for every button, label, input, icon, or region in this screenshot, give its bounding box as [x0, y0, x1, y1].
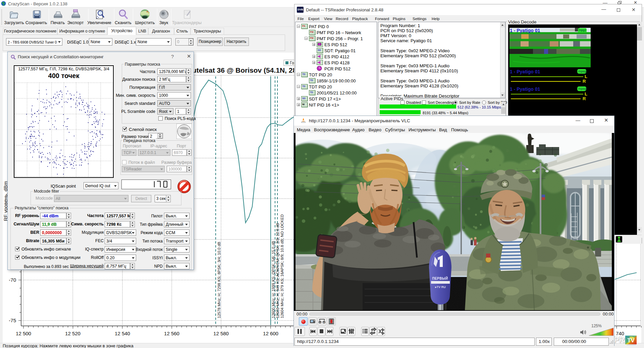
- svg-text:12604 MHz; H; 379 KS; 16APSK;: 12604 MHz; H; 379 KS; 16APSK; 8/9; 10.8 …: [280, 214, 284, 318]
- svg-text:12600 MHz; H; 1999 KS; QPSK; 5: 12600 MHz; H; 1999 KS; QPSK; 5/6; 15.0 d…: [271, 241, 275, 318]
- svg-text:-75: -75: [9, 318, 16, 323]
- svg-text:12 520: 12 520: [65, 331, 80, 336]
- svg-text:12 560: 12 560: [164, 331, 179, 336]
- svg-text:12 600: 12 600: [263, 331, 278, 336]
- svg-text:12578 MHz; H; 7298 KS; 8PSK; 3: 12578 MHz; H; 7298 KS; 8PSK; 3/4; 10.0 d…: [217, 241, 221, 318]
- svg-text:12603 MHz; H; 349 KS; ACM/VCM;: 12603 MHz; H; 349 KS; ACM/VCM; QPSK; 2/3…: [276, 223, 280, 318]
- svg-text:12 580: 12 580: [213, 331, 229, 336]
- svg-text:TV: TV: [627, 337, 635, 344]
- svg-text:12 500: 12 500: [16, 331, 31, 336]
- svg-text:B: B: [323, 322, 325, 324]
- svg-text:A: A: [319, 322, 321, 324]
- svg-text:12 540: 12 540: [115, 331, 130, 336]
- svg-text:-70: -70: [9, 277, 16, 283]
- svg-text:utelsat 36 @ Borisov (54.1N, 2: utelsat 36 @ Borisov (54.1N, 28: [192, 66, 297, 74]
